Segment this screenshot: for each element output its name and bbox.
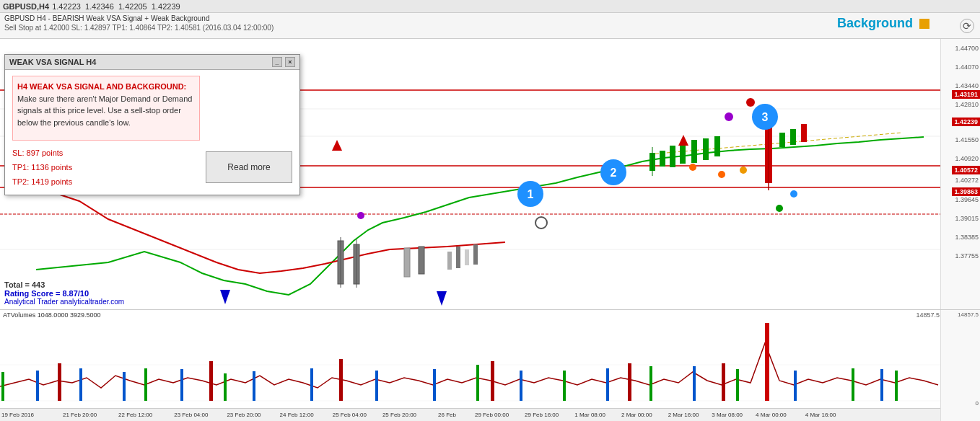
svg-rect-74 [606, 368, 609, 401]
price-close: 1.42239 [152, 2, 180, 11]
svg-point-46 [790, 190, 797, 198]
popup-content: H4 WEAK VSA SIGNAL AND BACKGROUND: Make … [5, 70, 299, 195]
popup-box: WEAK VSA SIGNAL H4 _ × H4 WEAK VSA SIGNA… [4, 54, 300, 195]
price-low: 1.42205 [118, 2, 147, 11]
date-label-1: 21 Feb 20:00 [63, 412, 97, 418]
price-1.43440: 1.43440 [955, 82, 979, 89]
date-label-13: 2 Mar 16:00 [668, 412, 699, 418]
svg-rect-79 [58, 363, 61, 401]
svg-point-45 [725, 112, 733, 121]
svg-rect-28 [703, 138, 709, 160]
svg-point-52 [746, 98, 755, 107]
svg-rect-27 [691, 140, 697, 163]
popup-controls[interactable]: _ × [272, 57, 295, 67]
date-label-9: 29 Feb 00:00 [475, 412, 509, 418]
bottom-info: Total = 443 Rating Score = 8.87/10 Analy… [4, 280, 124, 306]
volume-max: 14857.5 [916, 311, 940, 319]
volume-chart: ATVolumes 1048.0000 3929.5000 14857.5 [0, 309, 980, 421]
svg-rect-71 [375, 371, 378, 401]
svg-rect-72 [433, 369, 436, 401]
signal-header: GBPUSD H4 - BEARISH Weak VSA Signal + We… [0, 13, 980, 39]
price-1.41550: 1.41550 [955, 136, 979, 143]
svg-point-50 [718, 171, 725, 178]
price-1.43191: 1.43191 [952, 90, 980, 99]
settings-icon[interactable]: ⟳ [960, 19, 974, 33]
price-open: 1.42223 [52, 2, 81, 11]
price-1.38385: 1.38385 [955, 234, 979, 241]
svg-rect-58 [224, 373, 227, 401]
price-1.39863: 1.39863 [952, 187, 980, 196]
popup-stats: SL: 897 points TP1: 1136 points TP2: 141… [12, 146, 200, 189]
svg-rect-80 [209, 361, 213, 401]
svg-marker-41 [332, 140, 342, 151]
popup-right: Read more [206, 76, 292, 189]
date-label-4: 23 Feb 20:00 [227, 412, 261, 418]
popup-message: H4 WEAK VSA SIGNAL AND BACKGROUND: Make … [17, 81, 195, 128]
tp1-label: TP1: 1136 points [12, 161, 200, 175]
svg-rect-81 [339, 359, 343, 401]
svg-marker-43 [220, 290, 230, 304]
date-label-3: 23 Feb 04:00 [174, 412, 208, 418]
svg-point-47 [357, 212, 364, 219]
volume-label: ATVolumes 1048.0000 3929.5000 [3, 311, 100, 319]
svg-rect-20 [465, 249, 469, 265]
tp2-label: TP2: 1419 points [12, 175, 200, 190]
vol-max-label: 14857.5 [958, 311, 979, 318]
svg-rect-25 [670, 146, 675, 167]
price-high: 1.42346 [85, 2, 114, 11]
svg-rect-17 [419, 247, 424, 274]
date-label-7: 25 Feb 20:00 [382, 412, 416, 418]
symbol-label: GBPUSD,H4 [3, 2, 49, 11]
svg-rect-59 [476, 365, 479, 401]
svg-point-51 [740, 167, 747, 174]
attribution-label: Analytical Trader analyticaltrader.com [4, 298, 124, 306]
svg-rect-76 [794, 371, 797, 401]
svg-rect-32 [779, 133, 785, 147]
svg-point-53 [776, 205, 783, 212]
close-button[interactable]: × [285, 57, 295, 67]
date-label-11: 1 Mar 08:00 [574, 412, 605, 418]
svg-rect-84 [722, 363, 725, 401]
svg-rect-77 [880, 369, 883, 401]
minimize-button[interactable]: _ [272, 57, 282, 67]
date-label-5: 24 Feb 12:00 [280, 412, 314, 418]
popup-title: WEAK VSA SIGNAL H4 [9, 58, 96, 66]
price-1.39645: 1.39645 [955, 196, 979, 203]
vol-zero-label: 0 [976, 400, 979, 407]
sl-label: SL: 897 points [12, 146, 200, 161]
svg-rect-70 [310, 368, 313, 401]
sell-stop-info: Sell Stop at 1.42000 SL: 1.42897 TP1: 1.… [0, 24, 980, 32]
svg-rect-16 [404, 248, 410, 277]
price-1.44700: 1.44700 [955, 45, 979, 52]
date-label-8: 26 Feb [438, 412, 456, 418]
svg-rect-33 [790, 129, 796, 145]
price-1.42810: 1.42810 [955, 101, 979, 108]
date-label-16: 4 Mar 16:00 [805, 412, 836, 418]
svg-rect-61 [649, 366, 652, 401]
svg-rect-82 [491, 361, 494, 401]
svg-text:3: 3 [762, 111, 769, 123]
svg-rect-29 [714, 136, 720, 156]
svg-rect-60 [563, 371, 566, 401]
svg-rect-34 [801, 124, 807, 142]
signal-title: GBPUSD H4 - BEARISH Weak VSA Signal + We… [0, 13, 980, 24]
date-label-6: 25 Feb 04:00 [333, 412, 367, 418]
price-1.37755: 1.37755 [955, 252, 979, 260]
price-1.42239: 1.42239 [952, 118, 980, 126]
svg-text:2: 2 [611, 167, 617, 179]
date-label-12: 2 Mar 00:00 [621, 412, 652, 418]
date-label-0: 19 Feb 2016 [1, 412, 34, 418]
svg-rect-65 [36, 371, 39, 401]
svg-rect-19 [456, 247, 460, 268]
svg-rect-64 [895, 371, 898, 401]
price-ohlc: 1.42223 1.42346 1.42205 1.42239 [52, 2, 180, 11]
svg-rect-83 [628, 363, 631, 401]
date-bar: 19 Feb 2016 21 Feb 20:00 22 Feb 12:00 23… [0, 408, 940, 421]
read-more-button[interactable]: Read more [206, 151, 292, 183]
svg-rect-24 [660, 151, 665, 167]
svg-rect-18 [447, 252, 452, 270]
popup-message-box: H4 WEAK VSA SIGNAL AND BACKGROUND: Make … [12, 76, 200, 141]
bg-square [919, 19, 929, 29]
svg-rect-21 [473, 244, 478, 265]
total-label: Total = 443 [4, 280, 124, 289]
